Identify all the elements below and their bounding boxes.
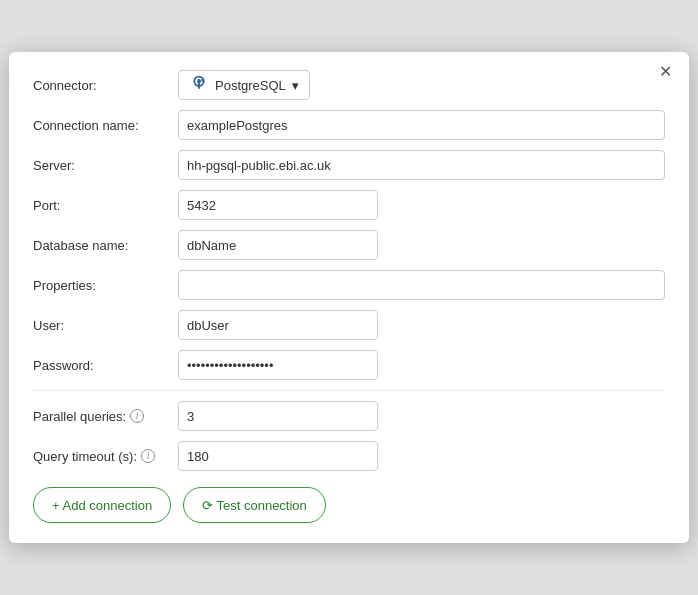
query-timeout-input[interactable] (178, 441, 378, 471)
password-input[interactable] (178, 350, 378, 380)
database-name-input[interactable] (178, 230, 378, 260)
query-timeout-label: Query timeout (s): i (33, 449, 178, 464)
svg-rect-3 (198, 81, 200, 89)
svg-point-4 (201, 78, 204, 81)
port-input[interactable] (178, 190, 378, 220)
server-input[interactable] (178, 150, 665, 180)
postgresql-icon (189, 75, 209, 95)
database-name-label: Database name: (33, 238, 178, 253)
user-row: User: (33, 310, 665, 340)
query-timeout-row: Query timeout (s): i (33, 441, 665, 471)
server-label: Server: (33, 158, 178, 173)
connection-dialog: ✕ Connector: PostgreSQL ▾ Connection nam… (9, 52, 689, 543)
user-input[interactable] (178, 310, 378, 340)
connector-value: PostgreSQL (215, 78, 286, 93)
parallel-queries-row: Parallel queries: i (33, 401, 665, 431)
test-connection-button[interactable]: ⟳ Test connection (183, 487, 326, 523)
parallel-queries-label: Parallel queries: i (33, 409, 178, 424)
parallel-queries-input[interactable] (178, 401, 378, 431)
connector-dropdown[interactable]: PostgreSQL ▾ (178, 70, 310, 100)
connection-name-input[interactable] (178, 110, 665, 140)
connection-name-row: Connection name: (33, 110, 665, 140)
port-label: Port: (33, 198, 178, 213)
port-row: Port: (33, 190, 665, 220)
connector-label: Connector: (33, 78, 178, 93)
server-row: Server: (33, 150, 665, 180)
divider (33, 390, 665, 391)
password-label: Password: (33, 358, 178, 373)
database-name-row: Database name: (33, 230, 665, 260)
properties-row: Properties: (33, 270, 665, 300)
parallel-queries-info-icon: i (130, 409, 144, 423)
user-label: User: (33, 318, 178, 333)
footer: + Add connection ⟳ Test connection (33, 487, 665, 523)
connector-arrow: ▾ (292, 78, 299, 93)
password-row: Password: (33, 350, 665, 380)
connector-row: Connector: PostgreSQL ▾ (33, 70, 665, 100)
close-button[interactable]: ✕ (654, 62, 677, 82)
connection-name-label: Connection name: (33, 118, 178, 133)
query-timeout-info-icon: i (141, 449, 155, 463)
add-connection-button[interactable]: + Add connection (33, 487, 171, 523)
properties-input[interactable] (178, 270, 665, 300)
properties-label: Properties: (33, 278, 178, 293)
